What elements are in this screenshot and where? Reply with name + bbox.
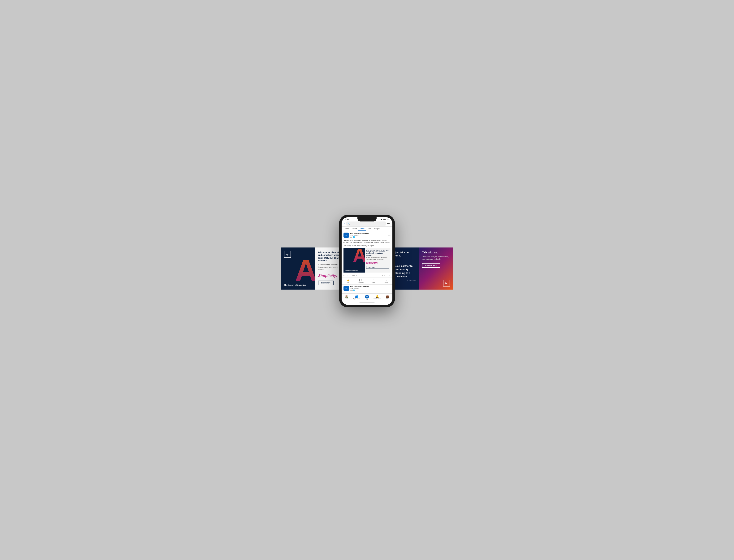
network-label: My Network [353,298,360,300]
bottom-nav-jobs[interactable]: 💼 Jobs [382,294,392,301]
comment-action[interactable]: 💬 Comment [355,278,367,284]
carousel-dpl-logo: dpl [345,260,349,264]
dpl-logo-card1: dpl [284,251,291,258]
card5-headline: Talk with us. [422,251,450,254]
company-name: DPL Financial Partners [350,233,387,234]
post-header: dpl DPL Financial Partners 1.9K follower… [344,233,390,238]
carousel-body: Today's modern annuities offer income th… [366,257,389,260]
carousel-tagline: The Beauty of Annuities [345,270,363,271]
jobs-label: Jobs [386,298,389,300]
share-action[interactable]: ↗ Share [367,278,380,284]
post2-followers: 1.9K followers [350,288,390,289]
company-name-2: DPL Financial Partners [350,286,390,288]
home-indicator [342,301,392,305]
linkedin-tabs: Home About Posts Jobs People [342,227,392,231]
carousel-headline: Why expose clients to risk and complexit… [366,249,389,256]
share-label: Share [371,282,375,283]
bottom-nav-post[interactable]: + Post [362,294,372,301]
send-icon: ✈ [385,279,387,282]
comments-count: 5 Comments [382,275,390,277]
post2-header: dpl DPL Financial Partners 1.9K follower… [344,286,390,291]
card-talk-with-us: Talk with us. Our team is ready for your… [419,247,453,290]
phone-outer-frame: 9:41 ▪▪▪ WiFi ⬜ ‹ 🔍 ••• [339,215,395,307]
post-reactions: David Lau and 36 others 5 Comments [342,274,392,278]
back-button[interactable]: ‹ [344,222,345,225]
post-date: 1d • 🌐 [350,236,387,238]
learn-more-button[interactable]: Learn more [318,281,334,285]
post2-meta: DPL Financial Partners 1.9K followers 1d… [350,286,390,291]
carousel-simplicity: Simplicity. [366,261,389,264]
post2-date: 1d • 🌐 [350,289,390,291]
like-action[interactable]: 👍 Like [342,278,355,284]
card1-tagline: The Beauty of Annuities [284,284,306,286]
post-menu-button[interactable]: ••• [387,234,390,237]
notifications-label: Notifications [373,298,381,300]
company-avatar: dpl [344,233,349,238]
status-icons: ▪▪▪ WiFi ⬜ [381,219,388,220]
carousel-big-a: A [353,248,365,265]
tab-jobs[interactable]: Jobs [366,227,373,231]
notifications-icon: 🔔 [375,295,379,298]
status-time: 9:41 [346,218,349,220]
post-carousel[interactable]: A dpl The Beauty of Annuities Why expose… [344,248,390,273]
post-meta: DPL Financial Partners 1.9K followers 1d… [350,233,387,238]
tab-posts[interactable]: Posts [359,227,366,231]
send-label: Send [384,282,387,283]
comment-label: Comment [358,282,364,283]
bottom-nav-home[interactable]: 🏠 Home [342,294,352,301]
like-icon: 👍 [347,279,350,282]
big-letter-a: A [295,255,315,286]
post-link[interactable]: The Beauty of Annuities: Simplicity • 5 … [344,245,390,247]
jobs-icon: 💼 [386,295,389,298]
home-bar [360,303,374,303]
like-label: Like [347,282,349,283]
card-beauty-of-annuities: dpl A The Beauty of Annuities [281,247,315,290]
phone-mockup: 9:41 ▪▪▪ WiFi ⬜ ‹ 🔍 ••• [339,215,395,307]
search-icon: 🔍 [348,223,350,225]
schedule-call-button[interactable]: Schedule a Call [422,263,440,268]
card5-body: Our team is ready for your questions, co… [422,256,450,260]
linkedin-post-2: dpl DPL Financial Partners 1.9K follower… [342,285,392,293]
dpl-logo-card5: dpl [443,280,450,287]
post-followers: 1.9K followers [350,234,387,236]
more-options-button[interactable]: ••• [387,222,390,225]
share-icon: ↗ [372,279,374,282]
tab-home[interactable]: Home [343,227,351,231]
phone-notch [358,217,376,221]
carousel-slide-1: A dpl The Beauty of Annuities [344,248,365,273]
post-label: Post [366,299,368,300]
comment-icon: 💬 [359,279,362,282]
post-actions: 👍 Like 💬 Comment ↗ Share ✈ Send [342,278,392,285]
likes-count: David Lau and 36 others [344,275,359,277]
network-icon: 👥 [355,295,359,298]
carousel-learn-more[interactable]: Learn more [366,266,389,269]
linkedin-post: dpl DPL Financial Partners 1.9K follower… [342,231,392,274]
tab-about[interactable]: About [351,227,359,231]
post-text: With bonds no longer able to sufficientl… [344,239,390,244]
linkedin-nav-bar: ‹ 🔍 ••• [342,221,392,227]
tab-people[interactable]: People [373,227,381,231]
company-avatar-2: dpl [344,286,349,291]
scene: dpl A The Beauty of Annuities Why expose… [281,215,453,345]
phone-screen: 9:41 ▪▪▪ WiFi ⬜ ‹ 🔍 ••• [342,217,392,305]
home-label: Home [345,298,349,300]
bottom-nav-network[interactable]: 👥 My Network [352,294,362,301]
search-bar[interactable]: 🔍 [347,221,386,226]
bottom-nav-notifications[interactable]: 🔔 Notifications [372,294,382,301]
send-action[interactable]: ✈ Send [380,278,392,284]
linkedin-bottom-nav: 🏠 Home 👥 My Network + Post 🔔 Notificatio… [342,293,392,301]
carousel-slide-2: Why expose clients to risk and complexit… [365,248,390,273]
post-add-icon: + [365,295,369,299]
home-icon: 🏠 [345,295,348,298]
